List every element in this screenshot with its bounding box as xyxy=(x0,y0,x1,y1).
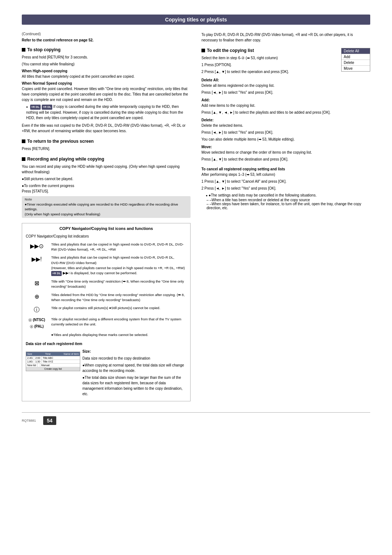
table-row: 1.8G 1:30 Title XYZ xyxy=(26,360,80,363)
recording-title: Recording and playing while copying xyxy=(22,157,191,162)
icon-cell-1: ▶▶⊙ xyxy=(26,242,48,250)
copy-nav-sub: COPY Navigator/Copying list indicators xyxy=(26,234,187,239)
size-desc-1: Data size recorded to the copy destinati… xyxy=(82,356,187,361)
menu-item-add: Add xyxy=(342,54,370,60)
cancel-title: To cancel all registered copying setting… xyxy=(201,167,370,171)
table-row: 2.4G 2:00 Title ABC xyxy=(26,356,80,360)
square-icon4 xyxy=(201,49,205,52)
icon-desc-2: Titles and playlists that can be copied … xyxy=(51,255,187,276)
normal-speed-text: Copies until the point cancelled. Howeve… xyxy=(22,86,191,102)
add-text: Add new items to the copying list. xyxy=(201,103,370,108)
add-action: Press [▲, ▼, ◄, ►] to select the playlis… xyxy=(201,110,370,115)
stop-copying-text2: (You cannot stop while finalising) xyxy=(22,61,191,67)
icon-row-3: ⊠ Title with "One time only recording" r… xyxy=(26,279,187,289)
note-text1: ●Timer recordings executed while copying… xyxy=(25,202,188,212)
data-size-section: Data size of each registered item SizeTi… xyxy=(26,341,187,398)
return-prev-title: To return to the previous screen xyxy=(22,139,191,144)
delete-all-section: Delete All: Delete all items registered … xyxy=(201,78,370,95)
left-column: (Continued) Refer to the control referen… xyxy=(22,32,191,401)
cancel-bullet-1: ●The settings and lists may be cancelled… xyxy=(206,193,370,198)
square-icon3 xyxy=(22,157,25,161)
note-box: Note ●Timer recordings executed while co… xyxy=(22,196,191,218)
menu-item-delete-all: Delete All xyxy=(342,48,370,54)
cancel-dash-1: –When a title has been recorded or delet… xyxy=(207,198,370,202)
size-desc-3: ●The total data size shown may be larger… xyxy=(82,375,187,397)
delete-text: Delete the selected items. xyxy=(201,123,370,128)
move-text: Move selected items or change the order … xyxy=(201,150,370,155)
cancel-step-1: 1 Press [▲, ▼] to select "Cancel All" an… xyxy=(201,179,370,184)
data-size-label: Data size of each registered item xyxy=(26,341,187,347)
normal-speed-bullet: +R DL +R DL If copy is cancelled during … xyxy=(26,104,191,121)
stop-copying-text1: Press and hold [RETURN] for 3 seconds. xyxy=(22,54,191,60)
rdl-tag3: +R DL xyxy=(51,271,62,276)
normal-speed-title: When Normal Speed copying xyxy=(22,81,191,85)
continued-label: (Continued) xyxy=(22,32,191,36)
icon-desc-4: Titles deleted from the HDD by "One time… xyxy=(51,292,187,303)
normal-speed-extra: Even if the title was not copied to the … xyxy=(22,123,191,134)
right-column: To play DVD-R, DVD-R DL,DVD-RW (DVD-Vide… xyxy=(201,32,370,401)
delete-all-text: Delete all items registered on the copyi… xyxy=(201,83,370,88)
icon-desc-3: Title with "One time only recording" res… xyxy=(51,279,187,289)
size-desc-2: ●When copying at normal speed, the total… xyxy=(82,362,187,373)
square-icon2 xyxy=(22,139,25,143)
stop-copying-title: To stop copying xyxy=(22,47,191,52)
table-header: SizeTimeName of item xyxy=(26,352,80,356)
delete-section: Delete: Delete the selected items. Press… xyxy=(201,118,370,142)
cancel-step-0: After performing steps 1–3 (➡ 53, left c… xyxy=(201,172,370,177)
model-number: RQT8881 xyxy=(22,419,36,422)
icon-cell-5: ⓘ xyxy=(26,305,48,314)
rdl-tag2: +R DL xyxy=(42,105,52,110)
high-speed-text: All titles that have completely copied a… xyxy=(22,74,191,79)
return-prev-text: Press [RETURN]. xyxy=(22,146,191,151)
cancel-section: To cancel all registered copying setting… xyxy=(201,167,370,210)
table-footer: Create copy list xyxy=(26,367,80,371)
confirm-progress: ●To confirm the current progressPress [S… xyxy=(22,183,191,194)
copy-nav-title: COPY Navigator/Copying list icons and fu… xyxy=(26,226,187,231)
square-icon xyxy=(22,48,25,52)
page-header: Copying titles or playlists xyxy=(22,15,370,25)
cancel-dash-2: –When steps have been taken, for instanc… xyxy=(207,202,370,210)
high-speed-title: When High-speed copying xyxy=(22,69,191,73)
delete-title: Delete: xyxy=(201,118,370,122)
table-mock: SizeTimeName of item 2.4G 2:00 Title ABC… xyxy=(26,352,80,371)
icon-cell-2: ▶▶! xyxy=(26,255,48,263)
move-action: Press [▲, ▼] to select the destination a… xyxy=(201,157,370,162)
size-label: Size: xyxy=(82,349,187,354)
add-section: Add: Add new items to the copying list. … xyxy=(201,98,370,115)
delete-all-title: Delete All: xyxy=(201,78,370,82)
delete-action: Press [◄, ►] to select "Yes" and press [… xyxy=(201,130,370,135)
recording-text2: ●Still pictures cannot be played. xyxy=(22,176,191,182)
icon-row-4: ⊕ Titles deleted from the HDD by "One ti… xyxy=(26,292,187,303)
page-footer: RQT8881 54 xyxy=(22,412,370,425)
cancel-step-2: 2 Press [◄, ►] to select "Yes" and press… xyxy=(201,186,370,191)
icon-desc-1: Titles and playlists that can be copied … xyxy=(51,242,187,252)
screenshot-table: SizeTimeName of item 2.4G 2:00 Title ABC… xyxy=(26,349,77,398)
add-title: Add: xyxy=(201,98,370,102)
data-size-content: SizeTimeName of item 2.4G 2:00 Title ABC… xyxy=(26,349,187,398)
icon-desc-5: Title or playlist contains still picture… xyxy=(51,305,187,311)
table-row: New list Manual xyxy=(26,363,80,367)
move-section: Move: Move selected items or change the … xyxy=(201,145,370,162)
icon-cell-4: ⊕ xyxy=(26,292,48,300)
icon-cell-3: ⊠ xyxy=(26,279,48,287)
edit-copying-section: Delete All Add Delete Move To edit the c… xyxy=(201,48,370,74)
top-note: To play DVD-R, DVD-R DL,DVD-RW (DVD-Vide… xyxy=(201,32,370,43)
size-desc-block: Size: Data size recorded to the copy des… xyxy=(82,349,187,398)
icon-row-2: ▶▶! Titles and playlists that can be cop… xyxy=(26,255,187,276)
rdl-tag1: +R DL xyxy=(30,105,41,110)
move-title: Move: xyxy=(201,145,370,149)
note-label: Note xyxy=(25,198,188,201)
icon-row-5: ⓘ Title or playlist contains still pictu… xyxy=(26,305,187,314)
note-text2: (Only when high speed copying without fi… xyxy=(25,212,188,216)
recording-text1: You can record and play using the HDD wh… xyxy=(22,164,191,175)
right-menu-box: Delete All Add Delete Move xyxy=(341,48,370,72)
page-number: 54 xyxy=(43,416,56,425)
icon-desc-6: Title or playlist recorded using a diffe… xyxy=(51,317,187,337)
icon-row-1: ▶▶⊙ Titles and playlists that can be cop… xyxy=(26,242,187,252)
icon-cell-6: ㊎ (NTSC) ㊎ (PAL) xyxy=(26,317,48,329)
menu-item-move: Move xyxy=(342,66,370,71)
icon-row-6: ㊎ (NTSC) ㊎ (PAL) Title or playlist recor… xyxy=(26,317,187,337)
delete-extra: You can also delete multiple items (➡ 53… xyxy=(201,137,370,142)
refer-label: Refer to the control reference on page 5… xyxy=(22,38,191,42)
copy-nav-box: COPY Navigator/Copying list icons and fu… xyxy=(22,223,191,401)
